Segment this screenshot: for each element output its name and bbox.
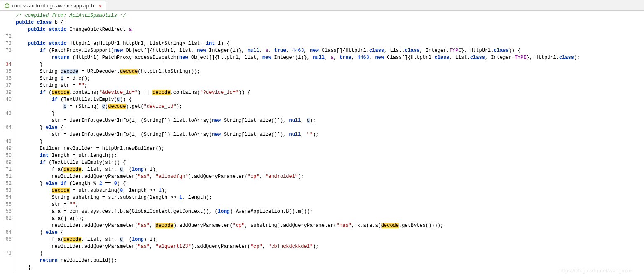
close-icon[interactable]: × [99, 3, 102, 9]
code-area[interactable]: /* compiled from: ApiAntiSpamUtils */ pu… [14, 11, 644, 273]
editor-tab-bar: com.ss.android.ugc.aweme.app.api.b × [0, 0, 644, 11]
class-icon [5, 3, 9, 8]
editor-tab[interactable]: com.ss.android.ugc.aweme.app.api.b × [0, 1, 106, 10]
tab-label: com.ss.android.ugc.aweme.app.api.b [12, 3, 94, 9]
watermark: https://blog.csdn.net/wangmxe [559, 268, 632, 273]
code-editor[interactable]: 7273733435363739404364484950697151525354… [0, 11, 644, 273]
line-number-gutter: 7273733435363739404364484950697151525354… [0, 11, 14, 273]
